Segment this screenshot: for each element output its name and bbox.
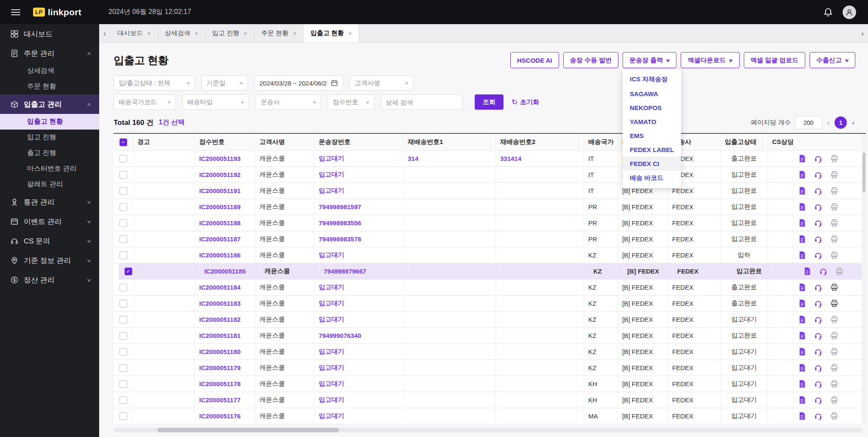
printer-icon[interactable]	[830, 170, 839, 179]
tab-close-icon[interactable]: ×	[293, 30, 297, 37]
detail-search-input-field[interactable]	[386, 99, 457, 106]
cs-headset-icon[interactable]	[814, 235, 823, 243]
cell-waybill[interactable]: 입고대기	[314, 183, 403, 199]
cell-receipt_no[interactable]: IC2000051177	[195, 392, 255, 408]
row-checkbox[interactable]	[120, 252, 127, 259]
invoice-icon[interactable]	[798, 347, 807, 356]
cell-receipt_no[interactable]: IC2000051181	[195, 328, 255, 343]
tabs-scroll-left-icon[interactable]: ‹	[99, 24, 110, 42]
cs-headset-icon[interactable]	[814, 379, 823, 388]
cs-headset-icon[interactable]	[814, 331, 823, 340]
printer-icon[interactable]	[830, 186, 839, 195]
cs-headset-icon[interactable]	[814, 347, 823, 356]
sidebar-item-3[interactable]: 통관 관리∨	[0, 192, 99, 212]
search-button[interactable]: 조회	[475, 94, 504, 110]
row-checkbox[interactable]	[120, 203, 127, 211]
cell-receipt_no[interactable]: IC2000051178	[195, 376, 255, 392]
sidebar-subitem-2-0[interactable]: 입출고 현황	[0, 114, 99, 130]
printer-icon[interactable]	[830, 154, 839, 163]
user-avatar-icon[interactable]	[843, 6, 856, 19]
customer-select[interactable]: 고객사명∨	[350, 75, 413, 91]
cell-waybill[interactable]: 입고대기	[314, 151, 403, 166]
sidebar-subitem-1-0[interactable]: 상세검색	[0, 63, 99, 79]
cs-headset-icon[interactable]	[814, 202, 823, 211]
invoice-icon[interactable]	[798, 283, 807, 292]
cell-waybill[interactable]: 794998983578	[314, 231, 403, 247]
row-checkbox[interactable]	[120, 300, 127, 307]
table-row-16[interactable]: IC2000051176캐윤스쿨입고대기MA[B] FEDEXFEDEX입고대기	[114, 408, 866, 424]
sidebar-subitem-2-4[interactable]: 팔레트 관리	[0, 177, 99, 192]
cell-waybill[interactable]: 794998983556	[314, 215, 403, 231]
row-checkbox[interactable]	[120, 187, 127, 195]
tab-close-icon[interactable]: ×	[147, 30, 151, 37]
table-row-13[interactable]: IC2000051179캐윤스쿨입고대기KZ[B] FEDEXFEDEX입고대기	[114, 360, 866, 376]
row-checkbox[interactable]	[125, 268, 132, 275]
printer-icon[interactable]	[830, 412, 839, 420]
selected-count[interactable]: 1건 선택	[159, 118, 184, 127]
row-checkbox[interactable]	[120, 219, 127, 227]
invoice-icon[interactable]	[798, 331, 807, 340]
cs-headset-icon[interactable]	[814, 315, 823, 324]
cs-headset-icon[interactable]	[814, 363, 823, 372]
action-button-2[interactable]: 운송장 출력∨	[623, 52, 676, 68]
table-row-2[interactable]: IC2000051191캐윤스쿨입고대기IT[B] FEDEXFEDEX입고완료	[114, 183, 866, 199]
table-row-11[interactable]: IC2000051181캐윤스쿨794999076340KZ[B] FEDEXF…	[114, 328, 866, 344]
invoice-icon[interactable]	[798, 315, 807, 324]
print-menu-item-1[interactable]: SAGAWA	[623, 87, 681, 101]
vertical-scrollbar-thumb[interactable]	[862, 152, 865, 192]
table-row-8[interactable]: IC2000051184캐윤스쿨입고대기KZ[B] FEDEXFEDEX출고완료	[114, 279, 866, 296]
printer-icon[interactable]	[830, 299, 839, 308]
tab-3[interactable]: 주문 현황×	[254, 24, 303, 42]
horizontal-scrollbar-thumb[interactable]	[158, 428, 339, 432]
cell-receipt_no[interactable]: IC2000051176	[195, 408, 255, 424]
cs-headset-icon[interactable]	[814, 396, 823, 404]
print-menu-item-3[interactable]: YAMATO	[623, 115, 681, 129]
sidebar-subitem-1-1[interactable]: 주문 현황	[0, 79, 99, 94]
cell-waybill[interactable]: 794998979667	[320, 263, 409, 279]
sidebar-item-5[interactable]: CS 문의∨	[0, 231, 99, 251]
cs-headset-icon[interactable]	[814, 170, 823, 179]
print-menu-item-7[interactable]: 배송 바코드	[623, 171, 681, 185]
printer-icon[interactable]	[830, 202, 839, 211]
table-row-0[interactable]: IC2000051193캐윤스쿨입고대기314331414IT[B] FEDEX…	[114, 151, 866, 167]
sidebar-toggle-icon[interactable]	[11, 9, 20, 15]
table-row-5[interactable]: IC2000051187캐윤스쿨794998983578PR[B] FEDEXF…	[114, 231, 866, 247]
sidebar-item-6[interactable]: 기준 정보 관리∨	[0, 251, 99, 270]
invoice-icon[interactable]	[798, 202, 807, 211]
row-checkbox[interactable]	[120, 332, 127, 340]
printer-icon[interactable]	[835, 267, 844, 276]
row-checkbox[interactable]	[120, 155, 127, 163]
printer-icon[interactable]	[830, 251, 839, 260]
cell-waybill[interactable]: 입고대기	[314, 296, 403, 311]
cell-waybill[interactable]: 794999076340	[314, 328, 403, 343]
action-button-5[interactable]: 수출신고∨	[810, 52, 855, 68]
printer-icon[interactable]	[830, 379, 839, 388]
sidebar-item-0[interactable]: 대시보드	[0, 24, 99, 44]
sidebar-subitem-2-2[interactable]: 출고 진행	[0, 145, 99, 161]
carrier-select[interactable]: 운송사∨	[256, 94, 321, 110]
action-button-1[interactable]: 송장 수동 발번	[563, 52, 618, 68]
country-code-select[interactable]: 배송국가코드∨	[114, 94, 176, 110]
action-button-3[interactable]: 엑셀다운로드∨	[681, 52, 739, 68]
table-row-6[interactable]: IC2000051186캐윤스쿨입고대기KZ[B] FEDEXFEDEX입하	[114, 247, 866, 263]
print-menu-item-0[interactable]: ICS 자체송장	[623, 72, 681, 87]
table-row-9[interactable]: IC2000051183캐윤스쿨입고대기KZ[B] FEDEXFEDEX출고완료	[114, 296, 866, 312]
invoice-icon[interactable]	[798, 251, 807, 260]
invoice-icon[interactable]	[798, 186, 807, 195]
cell-waybill[interactable]: 입고대기	[314, 312, 403, 327]
invoice-icon[interactable]	[798, 299, 807, 308]
table-row-4[interactable]: IC2000051188캐윤스쿨794998983556PR[B] FEDEXF…	[114, 215, 866, 231]
cell-waybill[interactable]: 입고대기	[314, 408, 403, 424]
row-checkbox[interactable]	[120, 380, 127, 388]
row-checkbox[interactable]	[120, 316, 127, 324]
cs-headset-icon[interactable]	[814, 283, 823, 292]
logo[interactable]: LP linkport	[33, 7, 81, 17]
action-button-4[interactable]: 엑셀 일괄 업로드	[744, 52, 805, 68]
table-row-15[interactable]: IC2000051177캐윤스쿨입고대기KH[B] FEDEXFEDEX입고대기	[114, 392, 866, 408]
cs-headset-icon[interactable]	[814, 186, 823, 195]
invoice-icon[interactable]	[798, 363, 807, 372]
print-menu-item-2[interactable]: NEKOPOS	[623, 101, 681, 115]
cs-headset-icon[interactable]	[814, 218, 823, 227]
invoice-icon[interactable]	[798, 218, 807, 227]
cs-headset-icon[interactable]	[814, 412, 823, 420]
